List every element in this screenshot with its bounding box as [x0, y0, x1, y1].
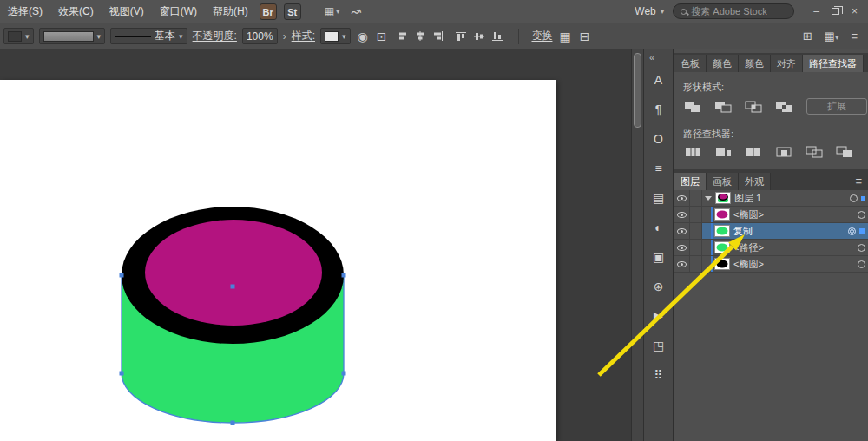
- divide-icon[interactable]: [681, 143, 704, 161]
- layer-name[interactable]: 复制: [733, 225, 753, 238]
- visibility-toggle[interactable]: [674, 207, 690, 222]
- selection-indicator[interactable]: [859, 228, 865, 234]
- menu-select[interactable]: 选择(S): [0, 0, 50, 23]
- layer-row-ellipse-magenta[interactable]: <椭圆>: [674, 207, 868, 223]
- selection-indicator[interactable]: [861, 196, 865, 201]
- unite-icon[interactable]: [681, 98, 704, 115]
- visibility-toggle[interactable]: [674, 240, 690, 255]
- actions-panel-icon[interactable]: ▶: [648, 305, 670, 327]
- minimize-icon[interactable]: –: [813, 5, 819, 17]
- opacity-label[interactable]: 不透明度:: [193, 29, 237, 43]
- symbols-panel-icon[interactable]: ▣: [648, 246, 670, 268]
- control-menu-icon[interactable]: ≡: [851, 30, 858, 43]
- transform-label[interactable]: 变换: [531, 29, 552, 43]
- layer-name[interactable]: <路径>: [733, 241, 764, 254]
- tab-appearance[interactable]: 外观: [739, 173, 771, 190]
- tab-artboards[interactable]: 画板: [707, 173, 739, 190]
- vertical-scrollbar[interactable]: [631, 49, 644, 441]
- paragraph-panel-icon[interactable]: ¶: [648, 98, 670, 121]
- menu-window[interactable]: 窗口(W): [152, 0, 205, 23]
- align-left-icon[interactable]: [396, 30, 408, 42]
- lock-toggle[interactable]: [690, 223, 702, 239]
- tab-align[interactable]: 对齐: [771, 55, 803, 72]
- lock-toggle[interactable]: [690, 256, 702, 272]
- align-bottom-icon[interactable]: [491, 30, 503, 42]
- expand-triangle-icon[interactable]: [705, 196, 712, 201]
- cylinder-top-shape[interactable]: [145, 220, 322, 326]
- brush-definition-dropdown[interactable]: 基本 ▾: [110, 28, 187, 44]
- stock-button[interactable]: St: [284, 3, 301, 20]
- distribute-icon[interactable]: ⊟: [578, 30, 592, 43]
- style-label[interactable]: 样式:: [292, 29, 315, 43]
- graphic-styles-panel-icon[interactable]: ⊛: [648, 275, 670, 298]
- close-icon[interactable]: ×: [852, 5, 858, 17]
- arrange-panel-icon[interactable]: ▦▾: [825, 30, 839, 43]
- align-center-icon[interactable]: [414, 30, 426, 42]
- layer-row-path[interactable]: <路径>: [674, 240, 868, 256]
- bridge-button[interactable]: Br: [260, 3, 277, 20]
- target-circle-targeted[interactable]: [848, 227, 856, 235]
- layer-name[interactable]: <椭圆>: [733, 258, 764, 271]
- arrange-documents-icon[interactable]: ▦ ▾: [319, 5, 345, 17]
- menu-view[interactable]: 视图(V): [102, 0, 152, 23]
- collapse-panels-icon[interactable]: «: [644, 49, 654, 65]
- target-circle[interactable]: [850, 194, 858, 202]
- exclude-icon[interactable]: [773, 98, 795, 115]
- restore-icon[interactable]: [832, 8, 839, 15]
- lock-toggle[interactable]: [690, 190, 702, 206]
- visibility-toggle[interactable]: [674, 223, 690, 239]
- reference-grid-icon[interactable]: ▦: [557, 30, 572, 43]
- navigator-panel-icon[interactable]: ◳: [648, 334, 670, 357]
- tab-pathfinder[interactable]: 路径查找器: [803, 55, 864, 72]
- tab-color[interactable]: 颜色: [707, 55, 739, 72]
- lock-toggle[interactable]: [690, 240, 702, 255]
- tabs-panel-icon[interactable]: ≡: [648, 157, 670, 180]
- layer-row-ellipse-black[interactable]: <椭圆>: [674, 256, 868, 273]
- pasteboard[interactable]: [0, 49, 631, 441]
- visibility-toggle[interactable]: [674, 190, 690, 206]
- scrollbar-thumb[interactable]: [634, 53, 641, 128]
- outline-icon[interactable]: [803, 143, 825, 161]
- expand-button[interactable]: 扩展: [806, 98, 867, 115]
- layer-name[interactable]: <椭圆>: [733, 208, 764, 221]
- trim-icon[interactable]: [712, 143, 734, 161]
- align-right-icon[interactable]: [432, 30, 444, 42]
- layer-row-copy[interactable]: 复制: [674, 223, 868, 240]
- menu-help[interactable]: 帮助(H): [205, 0, 256, 23]
- gpu-performance-icon[interactable]: ↝: [345, 4, 366, 18]
- target-circle[interactable]: [858, 260, 865, 268]
- tab-swatches[interactable]: 色板: [674, 55, 707, 72]
- isolate-object-icon[interactable]: ⊡: [375, 30, 389, 43]
- transform-panel-icon[interactable]: ⠿: [648, 364, 670, 386]
- transparency-panel-icon[interactable]: ◐: [648, 216, 670, 239]
- workspace-switcher[interactable]: Web ▾: [626, 5, 673, 17]
- stroke-color-dropdown[interactable]: ▾: [39, 28, 106, 44]
- artboard[interactable]: [0, 80, 556, 441]
- tab-color-guide[interactable]: 颜色: [739, 55, 771, 72]
- recolor-artwork-icon[interactable]: ◉: [356, 30, 370, 43]
- target-circle[interactable]: [858, 244, 865, 252]
- align-top-icon[interactable]: [455, 30, 467, 42]
- align-middle-icon[interactable]: [473, 30, 485, 42]
- tab-layers[interactable]: 图层: [674, 173, 707, 190]
- fill-color-dropdown[interactable]: ▾: [3, 28, 34, 44]
- graphic-style-dropdown[interactable]: ▾: [320, 28, 351, 44]
- appearance-panel-icon[interactable]: ▤: [648, 187, 670, 209]
- stock-search-field[interactable]: 搜索 Adobe Stock: [673, 3, 794, 19]
- intersect-icon[interactable]: [742, 98, 765, 115]
- minus-front-icon[interactable]: [712, 98, 734, 115]
- panel-menu-icon[interactable]: ≡: [848, 173, 868, 190]
- opacity-value-dropdown[interactable]: 100%: [242, 28, 278, 44]
- character-panel-icon[interactable]: A: [648, 69, 670, 91]
- layer-name[interactable]: 图层 1: [734, 192, 761, 205]
- minus-back-icon[interactable]: [833, 143, 856, 161]
- crop-icon[interactable]: [773, 143, 795, 161]
- panel-grid-icon[interactable]: ⊞: [803, 30, 812, 43]
- target-circle[interactable]: [858, 211, 865, 219]
- merge-icon[interactable]: [742, 143, 765, 161]
- opentype-panel-icon[interactable]: O: [648, 128, 670, 150]
- layer-row-layer1[interactable]: 图层 1: [674, 190, 868, 207]
- lock-toggle[interactable]: [690, 207, 702, 222]
- menu-effect[interactable]: 效果(C): [50, 0, 102, 23]
- opacity-panel-arrow-icon[interactable]: ›: [283, 30, 286, 43]
